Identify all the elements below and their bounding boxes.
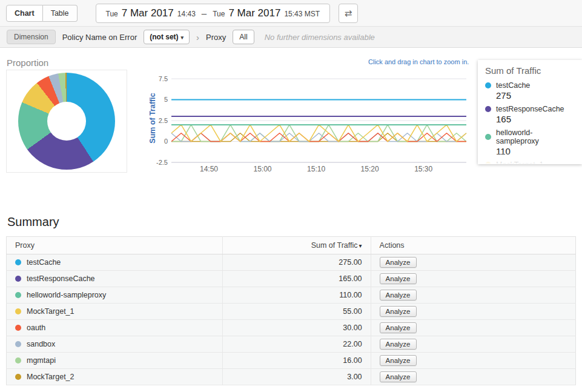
start-date: 7 Mar 2017 <box>122 7 174 19</box>
chevron-down-icon: ▾ <box>181 35 184 41</box>
analyze-button[interactable]: Analyze <box>380 371 417 382</box>
actions-cell: Analyze <box>371 336 575 353</box>
table-row: sandbox22.00Analyze <box>7 336 576 353</box>
legend-item[interactable]: testCache275 <box>485 81 575 101</box>
tab-table[interactable]: Table <box>43 5 78 22</box>
legend-title: Sum of Traffic <box>485 65 575 76</box>
series-name: helloworld-sampleproxy <box>496 128 575 145</box>
dimension-value-dropdown[interactable]: (not set)▾ <box>144 30 190 44</box>
proxy-cell: testResponseCache <box>7 271 223 287</box>
analyze-button[interactable]: Analyze <box>380 322 417 333</box>
proxy-cell: sandbox <box>7 336 223 353</box>
table-row: mgmtapi16.00Analyze <box>7 353 576 369</box>
end-date: 7 Mar 2017 <box>228 7 280 19</box>
proportion-title: Proportion <box>7 58 48 68</box>
top-toolbar: Chart Table Tue 7 Mar 2017 14:43 – Tue 7… <box>0 0 582 27</box>
analyze-button[interactable]: Analyze <box>380 257 417 268</box>
proportion-donut-chart[interactable] <box>18 73 115 170</box>
chevron-right-icon: › <box>196 32 199 42</box>
traffic-value: 110.00 <box>223 287 371 304</box>
analyze-button[interactable]: Analyze <box>380 339 417 350</box>
traffic-line-chart[interactable]: 7.552.50-2.514:5015:0015:1015:2015:30 <box>145 66 472 175</box>
dimension-chip: Dimension <box>7 30 56 44</box>
actions-cell: Analyze <box>371 369 575 385</box>
legend-item[interactable]: testResponseCache165 <box>485 105 575 124</box>
traffic-value: 3.00 <box>223 369 371 385</box>
analyze-button[interactable]: Analyze <box>380 355 417 366</box>
dimension-toolbar: Dimension Policy Name on Error (not set)… <box>0 27 582 48</box>
dimension-name: Policy Name on Error <box>62 33 137 42</box>
series-color-dot <box>485 82 491 88</box>
tab-chart[interactable]: Chart <box>6 5 43 22</box>
analyze-button[interactable]: Analyze <box>380 306 417 317</box>
traffic-value: 165.00 <box>223 271 371 287</box>
proxy-cell: MockTarget_1 <box>7 304 223 320</box>
proxy-color-dot <box>15 308 21 314</box>
analyze-button[interactable]: Analyze <box>380 290 417 301</box>
series-name: testCache <box>496 81 530 90</box>
proxy-color-dot <box>15 292 21 298</box>
proxy-cell: helloworld-sampleproxy <box>7 287 223 304</box>
column-header-proxy[interactable]: Proxy <box>7 237 223 254</box>
proxy-color-dot <box>15 341 21 347</box>
x-tick-label: 15:10 <box>307 165 325 173</box>
proxy-cell: oauth <box>7 320 223 336</box>
y-tick-label: 2.5 <box>159 117 168 124</box>
series-value: 275 <box>496 90 575 101</box>
proxy-name: helloworld-sampleproxy <box>27 291 106 299</box>
x-tick-label: 15:00 <box>254 165 272 173</box>
proxy-name: MockTarget_1 <box>27 307 74 316</box>
y-tick-label: 5 <box>164 96 168 103</box>
sort-caret-icon: ▾ <box>359 242 362 249</box>
proportion-chart-box <box>6 70 127 173</box>
table-row: MockTarget_23.00Analyze <box>7 369 576 385</box>
traffic-header-label: Sum of Traffic <box>311 241 358 250</box>
traffic-value: 55.00 <box>223 304 371 320</box>
proxy-name: sandbox <box>27 340 55 348</box>
table-row: MockTarget_155.00Analyze <box>7 304 576 320</box>
traffic-value: 275.00 <box>223 254 371 271</box>
proxy-name: testResponseCache <box>27 274 95 283</box>
start-time: 14:43 <box>177 10 196 18</box>
actions-cell: Analyze <box>371 254 575 271</box>
column-header-actions: Actions <box>371 237 575 254</box>
proxy-label: Proxy <box>206 33 226 42</box>
series-name: testResponseCache <box>496 105 564 113</box>
proxy-color-dot <box>15 276 21 282</box>
end-day: Tue <box>213 10 225 18</box>
end-time: 15:43 MST <box>284 10 320 18</box>
refresh-button[interactable]: ⇄ <box>339 4 358 23</box>
proxy-color-dot <box>15 374 21 380</box>
proxy-color-dot <box>15 357 21 364</box>
refresh-icon: ⇄ <box>345 8 352 18</box>
date-range-picker[interactable]: Tue 7 Mar 2017 14:43 – Tue 7 Mar 2017 15… <box>96 4 331 23</box>
table-row: helloworld-sampleproxy110.00Analyze <box>7 287 576 304</box>
no-dimensions-note: No further dimensions available <box>265 33 375 42</box>
dimension-value: (not set) <box>150 33 178 41</box>
view-toggle: Chart Table <box>6 5 78 22</box>
zoom-hint: Click and drag in chart to zoom in. <box>368 58 469 65</box>
series-value: 165 <box>496 114 575 124</box>
x-tick-label: 14:50 <box>200 165 218 173</box>
proxy-cell: testCache <box>7 254 223 271</box>
proxy-all-button[interactable]: All <box>233 30 254 44</box>
analyze-button[interactable]: Analyze <box>380 273 417 284</box>
charts-section: Proportion Sum of Traffic Click and drag… <box>0 48 582 205</box>
proxy-color-dot <box>15 325 21 331</box>
actions-cell: Analyze <box>371 287 575 304</box>
series-color-dot <box>485 134 491 140</box>
proxy-cell: MockTarget_2 <box>7 369 223 385</box>
y-tick-label: -2.5 <box>156 159 168 166</box>
legend-fade <box>478 152 582 164</box>
proxy-cell: mgmtapi <box>7 353 223 369</box>
traffic-value: 22.00 <box>223 336 371 353</box>
table-row: testCache275.00Analyze <box>7 254 576 271</box>
analytics-dashboard: Chart Table Tue 7 Mar 2017 14:43 – Tue 7… <box>0 0 582 392</box>
table-row: oauth30.00Analyze <box>7 320 576 336</box>
column-header-traffic[interactable]: Sum of Traffic▾ <box>223 237 371 254</box>
y-tick-label: 0 <box>164 138 168 145</box>
traffic-value: 30.00 <box>223 320 371 336</box>
proxy-name: testCache <box>27 258 61 267</box>
actions-cell: Analyze <box>371 304 575 320</box>
summary-title: Summary <box>7 215 576 229</box>
